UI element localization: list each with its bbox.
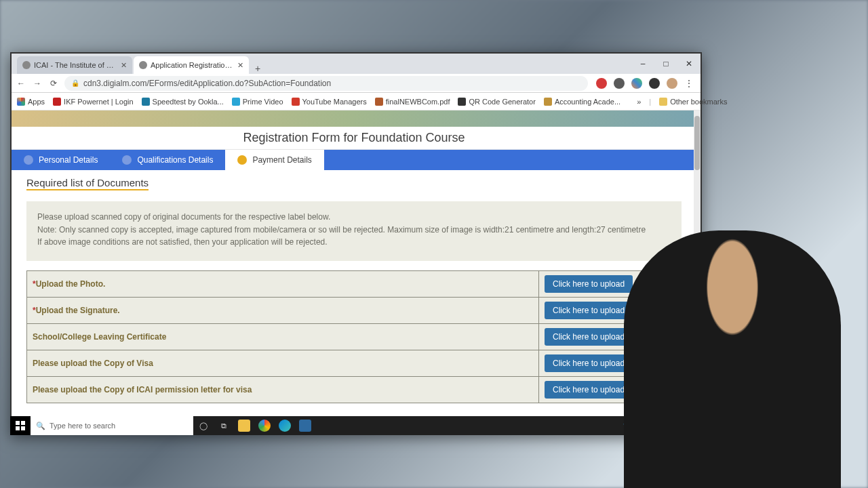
svg-rect-1	[21, 421, 25, 425]
step-number-icon	[237, 155, 247, 165]
page-content: Registration Form for Foundation Course …	[12, 110, 701, 434]
table-row: Please upload the Copy of ICAI permissio…	[27, 376, 682, 403]
task-view-icon[interactable]: ⧉	[214, 416, 234, 435]
extension-icon[interactable]	[596, 78, 607, 89]
tab-strip: ICAI - The Institute of Chartered ✕ Appl…	[12, 54, 701, 74]
document-label: *Upload the Signature.	[27, 297, 539, 323]
tab-title: Application Registration Form	[151, 61, 234, 69]
documents-section-heading: Required list of Documents	[26, 177, 149, 190]
maximize-button[interactable]: □	[654, 54, 677, 74]
bookmarks-overflow[interactable]: »	[637, 98, 641, 106]
instructions-box: Please upload scanned copy of original d…	[26, 201, 682, 261]
address-bar[interactable]: 🔒 cdn3.digialm.com/EForms/editApplicatio…	[64, 76, 588, 91]
file-explorer-icon[interactable]	[234, 416, 254, 435]
page-banner	[12, 110, 696, 127]
kebab-menu-icon[interactable]: ⋮	[684, 78, 694, 89]
bookmark-item[interactable]: IKF Powernet | Login	[53, 98, 134, 106]
bookmark-item[interactable]: Prime Video	[232, 98, 283, 106]
forward-button[interactable]: →	[32, 79, 43, 88]
page-title: Registration Form for Foundation Course	[12, 127, 696, 150]
browser-tab[interactable]: Application Registration Form ✕	[134, 56, 249, 74]
start-button[interactable]	[10, 416, 31, 435]
edge-icon[interactable]	[275, 416, 295, 435]
windows-taskbar: 🔍 Type here to search ◯ ⧉ ? ˄ ☁ ☁ ☁ ☁	[10, 416, 702, 435]
search-placeholder: Type here to search	[50, 422, 115, 430]
step-payment-details[interactable]: Payment Details	[225, 150, 323, 170]
instruction-line: If above image conditions are not satisf…	[37, 236, 671, 249]
back-button[interactable]: ←	[16, 79, 26, 88]
scroll-thumb[interactable]	[694, 116, 700, 170]
extension-icon[interactable]	[614, 78, 625, 89]
tab-title: ICAI - The Institute of Chartered	[34, 61, 117, 69]
bookmark-item[interactable]: Accounting Acade...	[544, 98, 620, 106]
document-label-text: Upload the Signature.	[36, 306, 120, 315]
search-icon: 🔍	[36, 422, 45, 430]
minimize-button[interactable]: –	[631, 54, 654, 74]
upload-button[interactable]: Click here to upload	[545, 275, 633, 293]
new-tab-button[interactable]: +	[250, 63, 265, 74]
bookmark-item[interactable]: QR Code Generator	[458, 98, 535, 106]
table-row: *Upload the Photo.Click here to upload	[27, 270, 682, 297]
document-label-text: Please upload the Copy of Visa	[33, 359, 153, 368]
svg-rect-0	[16, 421, 20, 425]
window-controls: – □ ✕	[631, 54, 701, 74]
other-bookmarks[interactable]: Other bookmarks	[659, 98, 727, 106]
lock-icon: 🔒	[71, 79, 79, 87]
url-text: cdn3.digialm.com/EForms/editApplication.…	[83, 79, 331, 88]
document-label: Please upload the Copy of ICAI permissio…	[27, 376, 539, 403]
presenter-overlay	[624, 230, 841, 488]
table-row: Please upload the Copy of VisaClick here…	[27, 350, 682, 376]
close-icon[interactable]: ✕	[121, 61, 127, 70]
step-qualifications-details[interactable]: Qualifications Details	[110, 150, 225, 170]
profile-avatar-icon[interactable]	[667, 78, 677, 89]
favicon-icon	[22, 61, 31, 69]
favicon-icon	[139, 61, 147, 69]
document-label: School/College Leaving Certificate	[27, 323, 539, 350]
browser-window: ICAI - The Institute of Chartered ✕ Appl…	[10, 52, 702, 435]
bookmark-item[interactable]: YouTube Managers	[292, 98, 367, 106]
table-row: *Upload the Signature.Click here to uplo…	[27, 297, 682, 323]
step-number-icon	[24, 155, 33, 165]
documents-table: *Upload the Photo.Click here to upload*U…	[26, 270, 682, 403]
document-label-text: Please upload the Copy of ICAI permissio…	[33, 385, 252, 394]
upload-button[interactable]: Click here to upload	[545, 328, 633, 346]
extension-icon[interactable]	[631, 78, 642, 89]
close-icon[interactable]: ✕	[237, 61, 243, 70]
instruction-line: Please upload scanned copy of original d…	[37, 211, 671, 224]
bookmarks-bar: Apps IKF Powernet | Login Speedtest by O…	[12, 93, 701, 110]
cortana-icon[interactable]: ◯	[193, 416, 214, 435]
taskbar-search[interactable]: 🔍 Type here to search	[31, 416, 193, 435]
extension-icon[interactable]	[649, 78, 660, 89]
step-personal-details[interactable]: Personal Details	[12, 150, 110, 170]
svg-rect-3	[21, 426, 25, 430]
apps-button[interactable]: Apps	[17, 98, 45, 106]
stepper-fill	[324, 150, 696, 170]
chrome-icon[interactable]	[254, 416, 275, 435]
upload-button[interactable]: Click here to upload	[545, 302, 633, 319]
document-label: Please upload the Copy of Visa	[27, 350, 539, 376]
calculator-icon[interactable]	[295, 416, 315, 435]
extension-icons: ⋮	[593, 78, 696, 89]
bookmark-item[interactable]: Speedtest by Ookla...	[142, 98, 224, 106]
svg-rect-2	[16, 426, 20, 430]
bookmark-item[interactable]: finalNEWBCom.pdf	[375, 98, 450, 106]
document-label-text: School/College Leaving Certificate	[33, 332, 166, 342]
stepper: Personal Details Qualifications Details …	[12, 150, 696, 170]
table-row: School/College Leaving CertificateClick …	[27, 323, 682, 350]
document-label: *Upload the Photo.	[27, 270, 539, 297]
reload-button[interactable]: ⟳	[48, 79, 59, 88]
upload-button[interactable]: Click here to upload	[545, 354, 633, 372]
address-bar-row: ← → ⟳ 🔒 cdn3.digialm.com/EForms/editAppl…	[12, 74, 701, 93]
close-window-button[interactable]: ✕	[677, 54, 701, 74]
upload-button[interactable]: Click here to upload	[545, 381, 633, 399]
document-label-text: Upload the Photo.	[36, 279, 106, 289]
instruction-line: Note: Only scanned copy is accepted, ima…	[37, 224, 671, 237]
step-number-icon	[122, 155, 132, 165]
browser-tab[interactable]: ICAI - The Institute of Chartered ✕	[17, 56, 132, 74]
